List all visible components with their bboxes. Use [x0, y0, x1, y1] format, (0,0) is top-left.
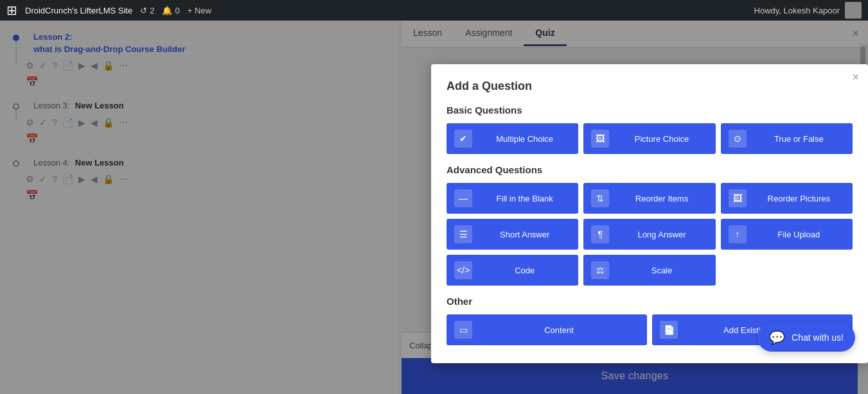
- reorder-pictures-icon: 🖼: [729, 189, 747, 207]
- multiple-choice-icon: ✔: [454, 130, 472, 148]
- admin-bar: ⊞ DroidCrunch's LifterLMS Site ↺ 2 🔔 0 +…: [0, 0, 868, 21]
- short-answer-label: Short Answer: [479, 230, 571, 239]
- other-heading: Other: [447, 296, 853, 307]
- fill-in-blank-button[interactable]: — Fill in the Blank: [447, 183, 578, 214]
- modal-overlay: × Add a Question Basic Questions ✔ Multi…: [0, 21, 868, 394]
- fill-in-blank-icon: —: [454, 189, 472, 207]
- picture-choice-icon: 🖼: [591, 130, 609, 148]
- file-upload-label: File Upload: [753, 230, 845, 239]
- content-label: Content: [479, 325, 639, 335]
- add-question-modal: × Add a Question Basic Questions ✔ Multi…: [431, 64, 868, 363]
- code-icon: </>: [454, 261, 472, 279]
- chat-icon: 💬: [769, 330, 785, 345]
- scale-icon: ⚖: [591, 261, 609, 279]
- short-answer-button[interactable]: ☰ Short Answer: [447, 219, 578, 250]
- avatar: [845, 2, 862, 19]
- short-answer-icon: ☰: [454, 225, 472, 243]
- modal-title: Add a Question: [447, 80, 853, 93]
- long-answer-icon: ¶: [591, 225, 609, 243]
- multiple-choice-button[interactable]: ✔ Multiple Choice: [447, 123, 578, 154]
- code-button[interactable]: </> Code: [447, 255, 578, 286]
- chat-label: Chat with us!: [792, 332, 844, 343]
- comments-counter[interactable]: ↺ 2: [140, 6, 154, 15]
- fill-in-blank-label: Fill in the Blank: [479, 194, 571, 203]
- true-or-false-button[interactable]: ⊙ True or False: [721, 123, 853, 154]
- reorder-pictures-button[interactable]: 🖼 Reorder Pictures: [721, 183, 853, 214]
- content-icon: ▭: [454, 321, 472, 339]
- reorder-items-icon: ⇅: [591, 189, 609, 207]
- new-button[interactable]: + New: [188, 6, 211, 15]
- true-or-false-label: True or False: [753, 134, 845, 144]
- advanced-questions-grid: — Fill in the Blank ⇅ Reorder Items 🖼 Re…: [447, 183, 853, 286]
- reorder-items-label: Reorder Items: [616, 194, 707, 203]
- content-button[interactable]: ▭ Content: [447, 314, 647, 345]
- reorder-pictures-label: Reorder Pictures: [753, 194, 845, 203]
- file-upload-button[interactable]: ↑ File Upload: [721, 219, 853, 250]
- howdy-text: Howdy, Lokesh Kapoor: [754, 6, 840, 15]
- scale-label: Scale: [616, 266, 707, 275]
- picture-choice-button[interactable]: 🖼 Picture Choice: [583, 123, 715, 154]
- file-upload-icon: ↑: [729, 225, 747, 243]
- long-answer-button[interactable]: ¶ Long Answer: [583, 219, 715, 250]
- true-or-false-icon: ⊙: [729, 130, 747, 148]
- add-existing-icon: 📄: [660, 321, 678, 339]
- reorder-items-button[interactable]: ⇅ Reorder Items: [583, 183, 715, 214]
- wordpress-icon: ⊞: [6, 3, 17, 18]
- picture-choice-label: Picture Choice: [616, 134, 707, 144]
- notifications-counter[interactable]: 🔔 0: [162, 6, 179, 15]
- chat-widget[interactable]: 💬 Chat with us!: [757, 323, 855, 352]
- scale-button[interactable]: ⚖ Scale: [583, 255, 715, 286]
- modal-close-button[interactable]: ×: [852, 71, 859, 84]
- basic-questions-heading: Basic Questions: [447, 105, 853, 116]
- advanced-questions-heading: Advanced Questions: [447, 164, 853, 175]
- basic-questions-grid: ✔ Multiple Choice 🖼 Picture Choice ⊙ Tru…: [447, 123, 853, 154]
- long-answer-label: Long Answer: [616, 230, 707, 239]
- code-label: Code: [479, 266, 571, 275]
- multiple-choice-label: Multiple Choice: [479, 134, 571, 144]
- site-name[interactable]: DroidCrunch's LifterLMS Site: [25, 6, 132, 15]
